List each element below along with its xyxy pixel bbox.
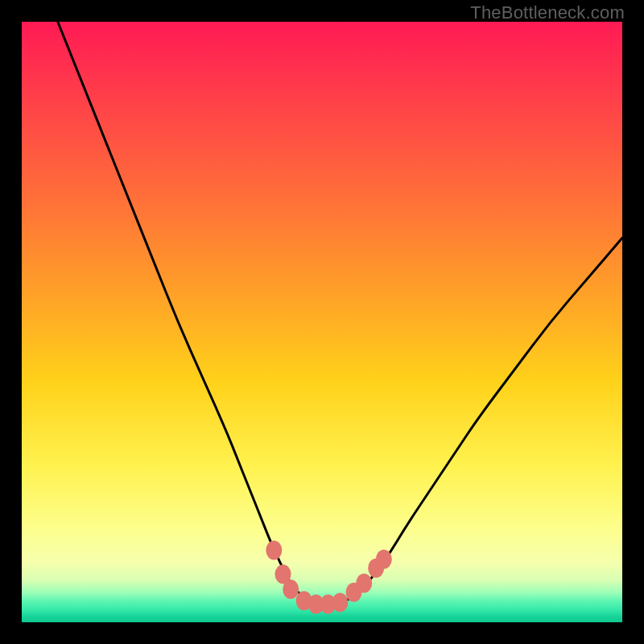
curve-marker [283, 580, 299, 599]
attribution-label: TheBottleneck.com [470, 2, 625, 23]
curve-marker [376, 550, 392, 569]
curve-marker [266, 540, 282, 559]
curve-marker [356, 574, 372, 593]
curve-layer [22, 22, 622, 622]
plot-area [22, 22, 622, 622]
curve-marker [332, 592, 348, 612]
bottleneck-curve [58, 22, 622, 605]
chart-frame: TheBottleneck.com [0, 0, 644, 644]
